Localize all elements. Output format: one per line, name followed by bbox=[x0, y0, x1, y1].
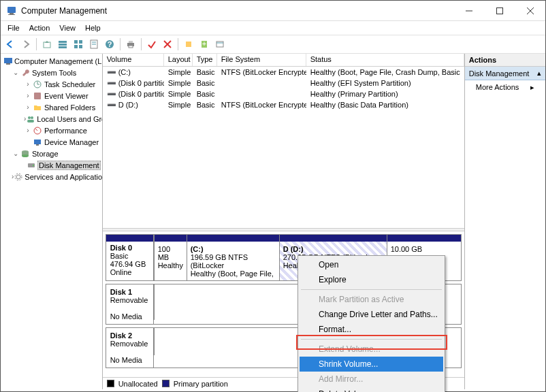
tree-shared-folders[interactable]: ›Shared Folders bbox=[2, 101, 101, 113]
refresh-check-icon[interactable] bbox=[145, 37, 159, 51]
svg-rect-22 bbox=[129, 46, 133, 48]
ctx-delete[interactable]: Delete Volume... bbox=[300, 387, 443, 392]
volume-row[interactable]: ➖ (Disk 0 partition 1)SimpleBasicHealthy… bbox=[103, 78, 464, 88]
svg-rect-42 bbox=[36, 144, 39, 146]
partition-c[interactable]: (C:)196.59 GB NTFS (BitLockerHealthy (Bo… bbox=[187, 235, 279, 280]
wizard-icon[interactable] bbox=[182, 37, 195, 51]
svg-rect-38 bbox=[27, 120, 34, 122]
forward-button[interactable] bbox=[19, 37, 33, 51]
ctx-extend: Extend Volume... bbox=[300, 342, 443, 357]
menu-file[interactable]: File bbox=[3, 23, 24, 33]
svg-line-40 bbox=[35, 129, 37, 131]
svg-rect-2 bbox=[8, 14, 15, 15]
col-layout[interactable]: Layout bbox=[164, 54, 193, 66]
ctx-explore[interactable]: Explore bbox=[300, 272, 443, 287]
tree-disk-management[interactable]: Disk Management bbox=[2, 159, 101, 171]
svg-rect-7 bbox=[44, 42, 50, 48]
new-icon[interactable]: + bbox=[197, 37, 211, 51]
users-icon bbox=[26, 114, 35, 125]
close-button[interactable] bbox=[515, 1, 545, 20]
tree-storage[interactable]: ⌄Storage bbox=[2, 148, 101, 159]
col-status[interactable]: Status bbox=[306, 54, 464, 66]
tree-performance[interactable]: ›Performance bbox=[2, 125, 101, 136]
ctx-mark-active: Mark Partition as Active bbox=[300, 292, 443, 307]
svg-text:+: + bbox=[202, 39, 206, 48]
svg-rect-10 bbox=[59, 46, 67, 48]
volume-row[interactable]: ➖ (C:)SimpleBasicNTFS (BitLocker Encrypt… bbox=[103, 67, 464, 78]
tree-device-manager[interactable]: Device Manager bbox=[2, 136, 101, 148]
computer-icon bbox=[3, 56, 13, 67]
tree-services[interactable]: ›Services and Applications bbox=[2, 171, 101, 182]
volume-row[interactable]: ➖ (Disk 0 partition 4)SimpleBasicHealthy… bbox=[103, 88, 464, 99]
actions-pane: Actions Disk Management ▴ More Actions ▸ bbox=[465, 54, 545, 389]
svg-point-48 bbox=[16, 175, 20, 179]
svg-point-36 bbox=[28, 116, 31, 119]
actions-header: Actions bbox=[465, 54, 545, 67]
clock-icon bbox=[32, 79, 43, 90]
svg-rect-21 bbox=[129, 41, 133, 43]
tree-event-viewer[interactable]: ›Event Viewer bbox=[2, 90, 101, 101]
svg-rect-28 bbox=[216, 42, 223, 47]
device-icon bbox=[32, 137, 43, 148]
svg-point-37 bbox=[31, 116, 33, 119]
volume-row[interactable]: ➖ D (D:)SimpleBasicNTFS (BitLocker Encry… bbox=[103, 99, 464, 110]
ctx-open[interactable]: Open bbox=[300, 257, 443, 272]
maximize-button[interactable] bbox=[484, 1, 515, 20]
svg-text:?: ? bbox=[108, 40, 112, 48]
volume-header[interactable]: Volume Layout Type File System Status bbox=[103, 54, 464, 67]
properties-icon[interactable] bbox=[87, 37, 101, 51]
storage-icon bbox=[20, 148, 31, 159]
svg-rect-13 bbox=[74, 45, 78, 48]
disk-icon bbox=[27, 160, 36, 171]
titlebar: Computer Management bbox=[1, 1, 545, 21]
tree-task-scheduler[interactable]: ›Task Scheduler bbox=[2, 78, 101, 90]
volume-list[interactable]: ➖ (C:)SimpleBasicNTFS (BitLocker Encrypt… bbox=[103, 67, 464, 228]
window-icon[interactable] bbox=[213, 37, 227, 51]
event-icon bbox=[32, 91, 43, 101]
col-fs[interactable]: File System bbox=[217, 54, 306, 66]
ctx-change-letter[interactable]: Change Drive Letter and Paths... bbox=[300, 307, 443, 322]
performance-icon bbox=[32, 125, 43, 136]
svg-rect-9 bbox=[59, 44, 67, 46]
ctx-shrink[interactable]: Shrink Volume... bbox=[300, 357, 443, 372]
tree-system-tools[interactable]: ⌄System Tools bbox=[2, 67, 101, 78]
app-icon bbox=[6, 5, 17, 16]
tree-root[interactable]: Computer Management (Local) bbox=[2, 55, 101, 67]
context-menu: Open Explore Mark Partition as Active Ch… bbox=[298, 255, 445, 392]
view-list-icon[interactable] bbox=[71, 37, 85, 51]
svg-rect-0 bbox=[7, 7, 16, 13]
svg-rect-35 bbox=[34, 93, 41, 99]
disk-2-label: Disk 2 Removable No Media bbox=[106, 328, 154, 368]
menu-view[interactable]: View bbox=[55, 23, 80, 33]
minimize-button[interactable] bbox=[453, 1, 484, 20]
menu-help[interactable]: Help bbox=[81, 23, 105, 33]
back-button[interactable] bbox=[3, 37, 17, 51]
svg-rect-4 bbox=[496, 7, 502, 14]
legend-unallocated-swatch bbox=[107, 380, 114, 387]
toolbar: ? + bbox=[1, 35, 545, 54]
menu-action[interactable]: Action bbox=[25, 23, 54, 33]
actions-more[interactable]: More Actions ▸ bbox=[465, 80, 545, 95]
disk-1-label: Disk 1 Removable No Media bbox=[106, 284, 154, 324]
help-icon[interactable]: ? bbox=[103, 37, 116, 51]
partition-efi[interactable]: 100 MBHealthy bbox=[154, 235, 187, 280]
svg-rect-11 bbox=[74, 40, 78, 44]
svg-point-47 bbox=[33, 165, 34, 166]
col-volume[interactable]: Volume bbox=[103, 54, 164, 66]
wrench-icon bbox=[20, 67, 31, 78]
delete-x-icon[interactable] bbox=[161, 37, 174, 51]
navigation-tree[interactable]: Computer Management (Local) ⌄System Tool… bbox=[1, 54, 103, 389]
folder-icon bbox=[32, 102, 43, 113]
svg-point-45 bbox=[22, 154, 29, 157]
view-details-icon[interactable] bbox=[56, 37, 69, 51]
disk-0-label: Disk 0 Basic 476.94 GB Online bbox=[106, 235, 154, 280]
tree-local-users[interactable]: ›Local Users and Groups bbox=[2, 113, 101, 125]
actions-section[interactable]: Disk Management ▴ bbox=[465, 67, 545, 80]
up-icon[interactable] bbox=[40, 37, 54, 51]
ctx-mirror: Add Mirror... bbox=[300, 372, 443, 387]
ctx-format[interactable]: Format... bbox=[300, 322, 443, 337]
print-icon[interactable] bbox=[124, 37, 138, 51]
svg-rect-8 bbox=[59, 41, 67, 43]
svg-rect-31 bbox=[6, 63, 10, 65]
col-type[interactable]: Type bbox=[193, 54, 217, 66]
